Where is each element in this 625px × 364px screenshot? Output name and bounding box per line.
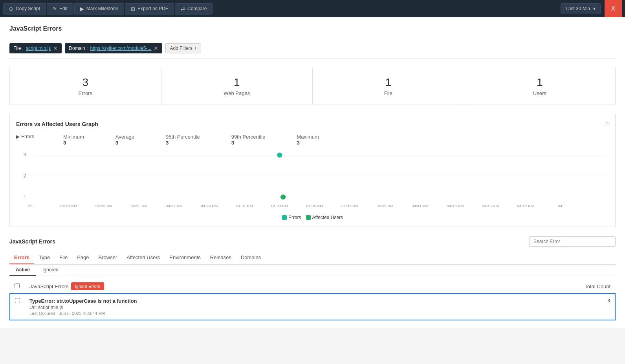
graph-menu-icon[interactable]: ≡ xyxy=(605,121,609,128)
th-errors-label: JavaScript Errors xyxy=(29,284,69,289)
legend-errors-dot xyxy=(282,215,287,220)
legend-errors: Errors xyxy=(282,215,301,220)
errors-section: JavaScript Errors Errors Type File Page … xyxy=(9,236,616,320)
graph-stat-99th-label: 99th Percentile xyxy=(231,134,266,140)
errors-tab-nav: Errors Type File Page Browser Affected U… xyxy=(9,251,616,265)
sub-tabs: Active Ignored xyxy=(9,265,616,276)
main-content: JavaScript Errors File : script.min.js ✕… xyxy=(0,17,625,328)
svg-text:1: 1 xyxy=(24,194,26,199)
filter-file: File : script.min.js ✕ xyxy=(9,43,62,53)
th-select-all xyxy=(10,279,25,294)
errors-dot-high xyxy=(277,153,282,158)
mark-milestone-icon: ▶ xyxy=(80,6,84,12)
filter-file-value: script.min.js xyxy=(26,46,51,51)
th-total-count: Total Count xyxy=(478,279,615,294)
export-pdf-button[interactable]: ⊞ Export as PDF xyxy=(125,3,174,15)
ignore-errors-button[interactable]: Ignore Errors xyxy=(71,282,104,290)
compare-button[interactable]: ⇄ Compare xyxy=(175,3,213,15)
affected-users-dot xyxy=(280,194,286,199)
tab-affected-users[interactable]: Affected Users xyxy=(122,251,165,264)
graph-stat-maximum-label: Maximum xyxy=(297,134,319,140)
graph-stat-minimum-value: 3 xyxy=(63,140,84,146)
tab-domains[interactable]: Domains xyxy=(236,251,266,264)
tab-browser[interactable]: Browser xyxy=(94,251,122,264)
svg-text:04:27 PM: 04:27 PM xyxy=(166,204,183,209)
add-icon: + xyxy=(194,46,197,51)
errors-section-title: JavaScript Errors xyxy=(9,238,55,245)
stat-file-label: File xyxy=(321,90,456,96)
export-pdf-label: Export as PDF xyxy=(137,6,168,11)
row-error-details: TypeError: str.toUpperCase is not a func… xyxy=(25,294,478,320)
svg-text:3: 3 xyxy=(24,152,26,157)
graph-stat-minimum: Minimum 3 xyxy=(63,134,84,146)
stat-web-pages: 1 Web Pages xyxy=(161,68,313,104)
tab-errors[interactable]: Errors xyxy=(9,251,34,264)
chevron-down-icon: ▾ xyxy=(593,6,596,11)
stat-web-pages-label: Web Pages xyxy=(169,90,305,96)
time-selector-value: Last 30 Min xyxy=(566,6,590,11)
page-title: JavaScript Errors xyxy=(9,25,616,32)
stat-errors-label: Errors xyxy=(18,90,153,96)
errors-section-header: JavaScript Errors xyxy=(9,236,616,247)
remove-file-filter-button[interactable]: ✕ xyxy=(53,45,58,51)
svg-text:04:21 PM: 04:21 PM xyxy=(60,204,77,209)
export-pdf-icon: ⊞ xyxy=(131,6,135,12)
svg-text:04:23 PM: 04:23 PM xyxy=(95,204,112,209)
graph-stat-95th-label: 95th Percentile xyxy=(166,134,200,140)
legend-errors-label: Errors xyxy=(288,215,301,220)
svg-text:04:29 PM: 04:29 PM xyxy=(201,204,218,209)
close-label: X xyxy=(611,5,616,12)
remove-domain-filter-button[interactable]: ✕ xyxy=(154,45,158,51)
stat-file-number: 1 xyxy=(321,76,456,89)
stat-users: 1 Users xyxy=(464,68,616,104)
tab-environments[interactable]: Environments xyxy=(165,251,205,264)
errors-series-label: Errors xyxy=(21,134,34,139)
svg-text:04:47 PM: 04:47 PM xyxy=(517,204,534,209)
add-filters-label: Add Filters xyxy=(170,46,192,51)
filter-domain-key: Domain : xyxy=(69,46,88,51)
mark-milestone-button[interactable]: ▶ Mark Milestone xyxy=(74,3,124,15)
svg-text:04:37 PM: 04:37 PM xyxy=(341,204,358,209)
select-all-checkbox[interactable] xyxy=(15,283,20,288)
svg-text:04:33 PM: 04:33 PM xyxy=(271,204,288,209)
search-error-input[interactable] xyxy=(529,236,616,247)
legend-affected-users: Affected Users xyxy=(306,215,343,220)
row-checkbox[interactable] xyxy=(15,298,20,303)
stat-file: 1 File xyxy=(313,68,464,104)
close-button[interactable]: X xyxy=(605,0,622,17)
sub-tab-ignored[interactable]: Ignored xyxy=(36,265,65,276)
sub-tab-active[interactable]: Active xyxy=(9,265,36,276)
error-url: Url: script.min.js xyxy=(29,305,474,310)
tab-file[interactable]: File xyxy=(55,251,72,264)
graph-stat-average: Average 3 xyxy=(115,134,134,146)
edit-label: Edit xyxy=(59,6,68,11)
legend-affected-users-dot xyxy=(306,215,311,220)
row-checkbox-cell xyxy=(10,294,25,320)
tab-releases[interactable]: Releases xyxy=(205,251,236,264)
svg-text:4:1..: 4:1.. xyxy=(27,204,35,209)
edit-button[interactable]: ✎ Edit xyxy=(47,3,73,15)
time-selector[interactable]: Last 30 Min ▾ xyxy=(561,3,601,14)
copy-script-label: Copy Script xyxy=(16,6,40,11)
graph-header: Errors vs Affected Users Graph ≡ xyxy=(16,121,609,128)
th-javascript-errors: JavaScript Errors Ignore Errors xyxy=(25,279,478,294)
graph-stat-99th-value: 3 xyxy=(231,140,266,146)
svg-text:04:39 PM: 04:39 PM xyxy=(376,204,393,209)
tab-page[interactable]: Page xyxy=(72,251,93,264)
stats-row: 3 Errors 1 Web Pages 1 File 1 Users xyxy=(9,68,616,104)
stat-users-number: 1 xyxy=(472,76,608,89)
graph-stat-maximum: Maximum 3 xyxy=(297,134,319,146)
tab-type[interactable]: Type xyxy=(34,251,55,264)
filter-domain-value: https://zylker.com/module5-... xyxy=(90,46,151,51)
graph-stat-maximum-value: 3 xyxy=(297,140,319,146)
stat-errors: 3 Errors xyxy=(10,68,161,104)
graph-stat-minimum-label: Minimum xyxy=(63,134,84,140)
compare-icon: ⇄ xyxy=(181,6,185,12)
graph-stat-99th: 99th Percentile 3 xyxy=(231,134,266,146)
add-filters-button[interactable]: Add Filters + xyxy=(165,43,201,53)
copy-script-button[interactable]: ⊙ Copy Script xyxy=(3,3,46,15)
table-row[interactable]: TypeError: str.toUpperCase is not a func… xyxy=(10,294,615,320)
filter-domain: Domain : https://zylker.com/module5-... … xyxy=(65,43,162,53)
error-time: Last Occured - Jun 6, 2023 4:33:44 PM xyxy=(29,311,474,316)
chart-container: 3 2 1 4:1.. 04:21 PM 04:23 PM 04:25 PM 0… xyxy=(16,149,609,212)
